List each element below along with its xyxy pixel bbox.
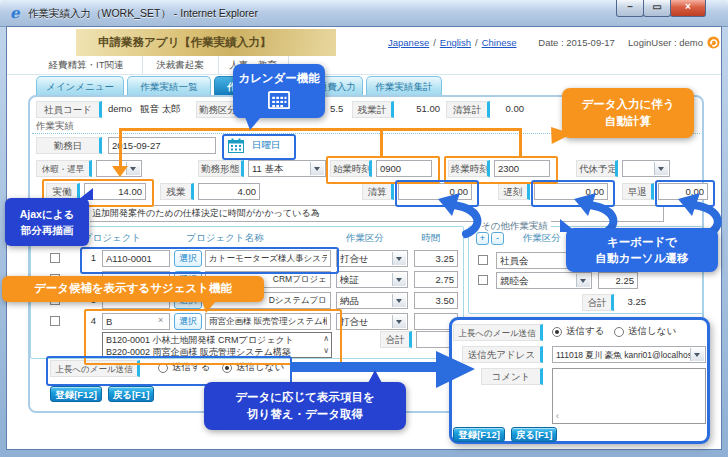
menu-item-approval[interactable]: 決裁書起案 — [142, 56, 219, 74]
note-input[interactable] — [88, 205, 664, 222]
actual-hours-input[interactable] — [84, 183, 146, 200]
category-select[interactable]: 打合せ — [336, 313, 408, 330]
other-time-input[interactable] — [598, 272, 638, 289]
annotation-line — [380, 128, 383, 158]
separator: / — [475, 37, 478, 48]
col-header-project-name: プロジェクト名称 — [160, 232, 290, 245]
panel-radio-no-send-label[interactable]: 送信しない — [628, 325, 676, 338]
panel-radio-send-label[interactable]: 送信する — [566, 325, 604, 338]
row-checkbox[interactable] — [50, 316, 60, 326]
shift-select[interactable]: 11 基本 — [248, 160, 326, 177]
shift-label: 勤務形態 — [198, 160, 244, 177]
panel-radio-send[interactable] — [552, 327, 562, 337]
panel-comment-textarea[interactable] — [552, 368, 706, 424]
panel-mail-label: 上長へのメール送信 — [453, 324, 543, 341]
late-input[interactable] — [534, 183, 608, 200]
settlement-total-value: 0.00 — [494, 103, 524, 114]
radio-no-send-label[interactable]: 送信しない — [236, 361, 284, 374]
header-links-row: Japanese / English / Chinese Date : 2015… — [388, 35, 720, 50]
others-legend: その他作業実績 — [478, 220, 551, 232]
application-window: e 作業実績入力（WORK_SET） - Internet Explorer –… — [0, 0, 728, 457]
time-input[interactable] — [414, 271, 458, 288]
project-name-input[interactable] — [205, 250, 331, 267]
time-input[interactable] — [414, 292, 458, 309]
other-category-select[interactable]: 親睦会 — [496, 272, 592, 289]
early-input[interactable] — [658, 183, 708, 200]
annotation-line — [519, 128, 522, 158]
employee-code-label: 社員コード — [36, 101, 102, 118]
scroll-left-icon[interactable]: ‹ — [556, 411, 559, 421]
panel-comment-label: コメント — [481, 368, 543, 385]
register-button[interactable]: 登録[F12] — [50, 386, 102, 402]
category-select[interactable]: 検証 — [336, 271, 408, 288]
tab-work-list[interactable]: 作業実績一覧 — [127, 76, 211, 96]
divider — [7, 74, 721, 75]
calendar-icon — [268, 90, 290, 109]
scroll-down-icon[interactable]: ∨ — [323, 346, 329, 356]
select-button[interactable]: 選択 — [174, 313, 202, 330]
start-time-input[interactable] — [376, 160, 432, 177]
tab-main-menu[interactable]: メインメニュー — [36, 76, 124, 96]
panel-back-button[interactable]: 戻る[F1] — [511, 427, 557, 442]
back-button[interactable]: 戻る[F1] — [108, 386, 154, 402]
menu-item-expenses[interactable]: 経費精算・IT関連 — [30, 56, 143, 74]
overtime-total-value: 51.00 — [400, 103, 440, 114]
col-header-category: 作業区分 — [330, 232, 400, 245]
tab-work-summary[interactable]: 作業実績集計 — [366, 76, 442, 96]
col-header-time: 時間 — [406, 232, 456, 245]
time-input[interactable] — [414, 250, 458, 267]
panel-register-button[interactable]: 登録[F12] — [453, 427, 505, 442]
remove-row-button[interactable]: - — [491, 232, 504, 245]
clear-x-icon[interactable]: × — [158, 315, 163, 325]
refresh-icon[interactable] — [707, 35, 720, 50]
work-date-label: 勤務日 — [36, 137, 102, 154]
end-time-input[interactable] — [494, 160, 550, 177]
callout-auto-calculation: データ入力に伴う 自動計算 — [562, 88, 694, 138]
partial-total-value: 5.5 — [330, 103, 343, 114]
maximize-button[interactable]: ▭ — [643, 0, 671, 17]
suggest-item[interactable]: B220-0002 雨宮企画様 販売管理システム構築 — [106, 346, 315, 358]
category-select[interactable]: 納品 — [336, 292, 408, 309]
mail-send-label: 上長へのメール送信 — [50, 360, 140, 377]
callout-suggest-feature: データ候補を表示するサジェスト機能 — [2, 276, 264, 302]
app-banner: 申請業務アプリ【作業実績入力】 — [76, 29, 336, 56]
others-total-label: 合計 — [582, 294, 614, 311]
comp-leave-select[interactable] — [622, 160, 670, 177]
project-name-input[interactable] — [205, 313, 331, 330]
lang-link-english[interactable]: English — [440, 37, 471, 48]
col-header-category: 作業区分 — [510, 232, 574, 245]
project-code-input[interactable] — [102, 250, 170, 267]
suggest-listbox[interactable]: B120-0001 小林土地開発様 CRMプロジェクト B220-0002 雨宮… — [102, 332, 332, 358]
radio-send-label[interactable]: 送信する — [172, 361, 210, 374]
employee-code-value: demo — [108, 103, 132, 114]
early-label: 早退 — [622, 183, 654, 200]
scroll-up-icon[interactable]: ∧ — [323, 334, 329, 344]
lang-link-chinese[interactable]: Chinese — [482, 37, 517, 48]
settle-input[interactable] — [398, 183, 472, 200]
callout-calendar-feature: カレンダー機能 — [233, 64, 325, 118]
row-checkbox[interactable] — [478, 275, 488, 285]
add-row-button[interactable]: + — [476, 232, 489, 245]
others-total-value: 3.25 — [616, 296, 646, 307]
work-date-input[interactable] — [108, 137, 216, 154]
late-label: 遅刻 — [498, 183, 530, 200]
select-button[interactable]: 選択 — [174, 250, 202, 267]
close-button[interactable]: × — [670, 0, 706, 17]
separator: / — [433, 37, 436, 48]
lang-link-japanese[interactable]: Japanese — [388, 37, 429, 48]
suggest-item[interactable]: B120-0001 小林土地開発様 CRMプロジェクト — [106, 334, 315, 346]
minimize-button[interactable]: – — [616, 0, 644, 17]
row-checkbox[interactable] — [50, 253, 60, 263]
window-titlebar[interactable]: e 作業実績入力（WORK_SET） - Internet Explorer –… — [0, 0, 728, 27]
panel-radio-no-send[interactable] — [614, 327, 624, 337]
start-time-label: 始業時刻 — [330, 160, 372, 177]
radio-no-send[interactable] — [222, 363, 232, 373]
annotation-line — [119, 128, 122, 168]
comp-leave-label: 代休予定 — [576, 160, 618, 177]
row-checkbox[interactable] — [478, 255, 488, 265]
panel-address-select[interactable]: 111018 夏川 豪魚 kanri01@localhost — [552, 346, 706, 363]
end-time-label: 終業時刻 — [448, 160, 490, 177]
radio-send[interactable] — [158, 363, 168, 373]
overtime-input[interactable] — [198, 183, 260, 200]
category-select[interactable]: 打合せ — [336, 250, 408, 267]
